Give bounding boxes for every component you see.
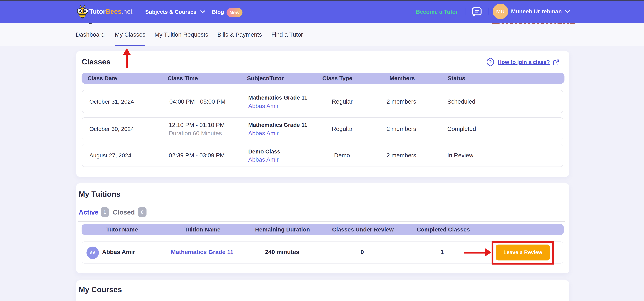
svg-text:?: ? [489, 59, 492, 64]
